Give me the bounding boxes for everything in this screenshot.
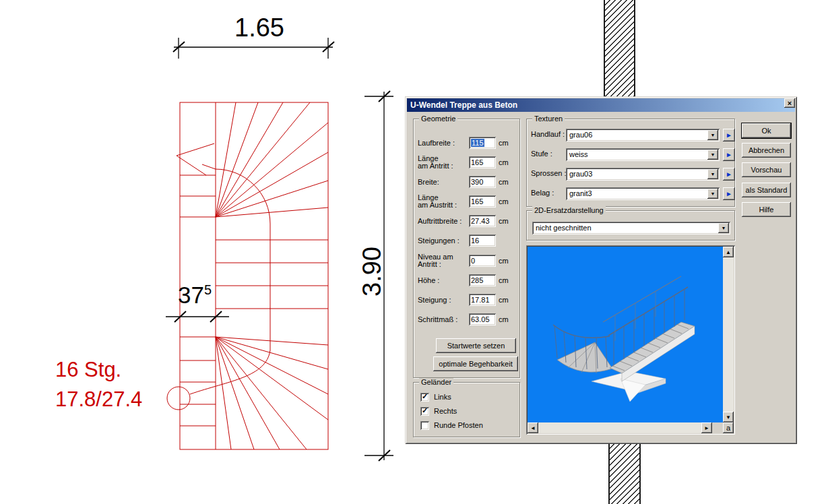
auftrittbreite-field[interactable]: 27.43 <box>469 215 496 227</box>
niveau-antritt-field[interactable]: 0 <box>469 255 496 267</box>
rechts-checkbox[interactable]: ✓ <box>420 407 429 416</box>
field-label: Länge am Antritt : <box>418 155 469 170</box>
sprossen-browse-button[interactable]: ► <box>723 168 735 181</box>
belag-browse-button[interactable]: ► <box>723 187 735 200</box>
startwerte-setzen-label: Startwerte setzen <box>447 342 505 350</box>
wall-section-bottom <box>608 443 641 504</box>
schrittmass-field[interactable]: 63.05 <box>469 313 496 325</box>
schrittmass-value: 63.05 <box>471 315 490 323</box>
stair-plan-drawing <box>0 0 404 504</box>
stufe-browse-button[interactable]: ► <box>723 148 735 161</box>
scroll-up-icon[interactable]: ▲ <box>723 247 734 257</box>
screen: 1.65 3.90 375 16 Stg. 17.8/27.4 U-Wendel… <box>0 0 826 504</box>
ok-label: Ok <box>761 127 771 135</box>
preview-3d-stair <box>528 247 723 422</box>
niveau-antritt-value: 0 <box>471 257 475 265</box>
runde-pfosten-checkbox[interactable] <box>420 421 429 430</box>
optimale-begehbarkeit-button[interactable]: optimale Begehbarkeit <box>433 356 518 371</box>
help-button[interactable]: Hilfe <box>742 202 791 217</box>
breite-field[interactable]: 390 <box>469 176 496 188</box>
startwerte-setzen-button[interactable]: Startwerte setzen <box>436 338 516 353</box>
laenge-austritt-field[interactable]: 165 <box>469 195 496 208</box>
belag-label: Belag : <box>531 189 554 197</box>
wall-section-top <box>604 0 635 96</box>
laenge-austritt-value: 165 <box>471 197 483 206</box>
geometry-group: Geometrie Laufbreite : 115 cm Länge am A… <box>413 119 520 378</box>
railing-option-links: ✓ Links <box>420 391 451 402</box>
railing-option-runde-pfosten: Runde Pfosten <box>420 420 483 431</box>
laenge-antritt-field[interactable]: 165 <box>469 156 496 168</box>
steigungen-value: 16 <box>471 237 479 245</box>
unit-label: cm <box>499 197 509 206</box>
preview-vertical-scrollbar[interactable]: ▲ ▼ <box>723 247 734 422</box>
field-label: Breite: <box>418 179 469 186</box>
close-icon: × <box>788 100 792 107</box>
field-label: Laufbreite : <box>418 139 469 147</box>
unit-label: cm <box>499 139 509 147</box>
chevron-down-icon[interactable]: ▼ <box>707 150 718 160</box>
stufe-select[interactable]: weiss ▼ <box>566 148 720 161</box>
dialog-titlebar[interactable]: U-Wendel Treppe aus Beton <box>407 98 795 112</box>
close-button[interactable]: × <box>784 98 795 108</box>
stair-ratio-annotation: 17.8/27.4 <box>55 387 142 412</box>
dimension-width-label: 1.65 <box>222 13 296 42</box>
geometry-row-breite: Breite: 390 cm <box>418 174 517 190</box>
chevron-down-icon[interactable]: ▼ <box>707 130 718 140</box>
als-standard-button[interactable]: als Standard <box>742 183 791 197</box>
laufbreite-value: 115 <box>471 139 484 147</box>
cancel-button[interactable]: Abbrechen <box>742 143 791 158</box>
browse-arrow-icon: ► <box>726 152 732 158</box>
browse-arrow-icon: ► <box>726 191 732 197</box>
help-label: Hilfe <box>759 206 773 214</box>
links-checkbox[interactable]: ✓ <box>420 393 429 402</box>
twod-select[interactable]: nicht geschnitten ▼ <box>532 222 730 234</box>
ok-button[interactable]: Ok <box>742 123 791 138</box>
field-label: Auftrittbreite : <box>418 218 469 225</box>
unit-label: cm <box>499 178 509 186</box>
handlauf-browse-button[interactable]: ► <box>723 129 735 141</box>
laufbreite-field[interactable]: 115 <box>469 137 496 149</box>
sprossen-select[interactable]: grau03 ▼ <box>566 168 720 181</box>
preview-fit-button[interactable]: a <box>723 422 734 433</box>
geometry-row-laenge-antritt: Länge am Antritt : 165 cm <box>418 154 517 170</box>
optimale-begehbarkeit-label: optimale Begehbarkeit <box>439 360 512 368</box>
als-standard-label: als Standard <box>746 186 788 194</box>
texture-row-sprossen: Sprossen : grau03 ▼ ► <box>527 166 734 180</box>
chevron-down-icon[interactable]: ▼ <box>718 223 729 233</box>
scroll-down-icon[interactable]: ▼ <box>723 412 734 422</box>
links-label: Links <box>434 393 451 401</box>
geometry-row-steigung: Steigung : 17.81 cm <box>418 292 517 308</box>
chevron-down-icon[interactable]: ▼ <box>707 169 718 179</box>
dimension-inner-label: 375 <box>178 282 212 309</box>
field-label: Steigungen : <box>418 237 469 245</box>
railing-group-label: Geländer <box>419 378 453 386</box>
texture-row-belag: Belag : granit3 ▼ ► <box>527 186 734 199</box>
handlauf-select[interactable]: grau06 ▼ <box>566 129 720 141</box>
hoehe-field[interactable]: 285 <box>469 274 496 286</box>
handlauf-value: grau06 <box>569 131 592 139</box>
twod-group-label: 2D-Ersatzdarstellung <box>532 206 606 214</box>
field-label: Steigung : <box>418 296 469 304</box>
dimension-inner-superscript: 5 <box>204 282 212 297</box>
check-icon: ✓ <box>422 406 428 415</box>
handlauf-label: Handlauf : <box>531 130 565 138</box>
preview-horizontal-scrollbar[interactable]: ◄ ► <box>528 422 712 433</box>
belag-select[interactable]: granit3 ▼ <box>566 187 720 200</box>
laenge-antritt-value: 165 <box>471 158 483 166</box>
railing-option-rechts: ✓ Rechts <box>420 406 457 416</box>
check-icon: ✓ <box>422 392 428 401</box>
scroll-left-icon[interactable]: ◄ <box>528 422 538 433</box>
chevron-down-icon[interactable]: ▼ <box>707 189 718 199</box>
preview-button[interactable]: Vorschau <box>742 162 791 177</box>
stair-dialog: U-Wendel Treppe aus Beton × Geometrie La… <box>405 96 797 444</box>
preview-3d-canvas[interactable] <box>528 247 723 422</box>
texture-row-handlauf: Handlauf : grau06 ▼ ► <box>527 127 734 141</box>
steigungen-field[interactable]: 16 <box>469 234 496 247</box>
geometry-row-laufbreite: Laufbreite : 115 cm <box>418 135 517 151</box>
sprossen-value: grau03 <box>569 170 592 178</box>
scroll-right-icon[interactable]: ► <box>701 422 712 433</box>
dialog-title: U-Wendel Treppe aus Beton <box>410 100 517 110</box>
railing-group: Geländer ✓ Links ✓ Rechts Runde Pfosten <box>413 382 520 437</box>
geometry-row-hoehe: Höhe : 285 cm <box>418 272 517 288</box>
steigung-field[interactable]: 17.81 <box>469 294 496 306</box>
